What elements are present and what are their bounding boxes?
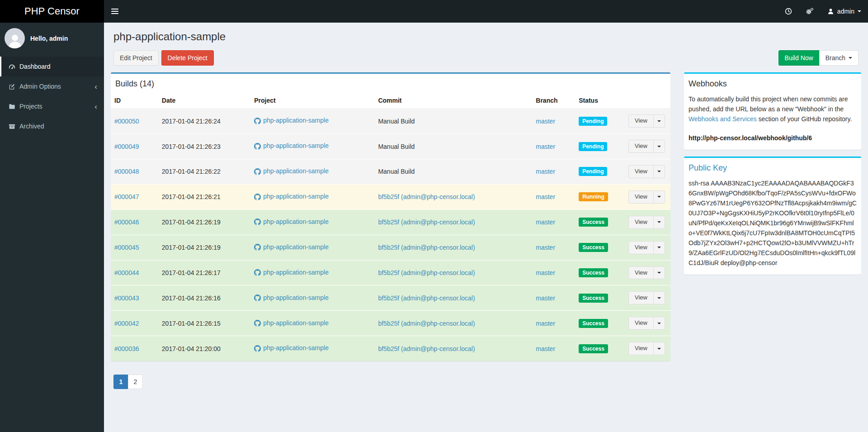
- build-id-link[interactable]: #000046: [114, 218, 139, 226]
- build-row: #000050 2017-01-04 21:26:24 php-applicat…: [111, 109, 670, 134]
- build-project-link[interactable]: php-application-sample: [254, 193, 329, 200]
- caret-down-icon: [657, 297, 661, 299]
- build-commit[interactable]: bf5b25f (admin@php-censor.local): [378, 218, 475, 226]
- edit-project-button[interactable]: Edit Project: [113, 50, 159, 66]
- caret-down-icon: [657, 146, 661, 147]
- build-date: 2017-01-04 21:26:17: [162, 269, 221, 276]
- build-id-link[interactable]: #000036: [114, 345, 139, 352]
- view-dropdown-toggle[interactable]: [653, 140, 665, 153]
- build-project-name: php-application-sample: [263, 142, 329, 149]
- sidebar-item-dashboard[interactable]: Dashboard: [0, 57, 104, 76]
- settings-link[interactable]: [799, 0, 821, 23]
- build-branch-link[interactable]: master: [536, 218, 555, 226]
- build-branch-link[interactable]: master: [536, 118, 555, 125]
- column-header-status: Status: [575, 93, 625, 109]
- view-button[interactable]: View: [628, 216, 654, 229]
- view-button[interactable]: View: [628, 317, 654, 330]
- build-commit[interactable]: bf5b25f (admin@php-censor.local): [378, 294, 475, 302]
- build-project-link[interactable]: php-application-sample: [254, 319, 329, 327]
- build-project-link[interactable]: php-application-sample: [254, 269, 329, 276]
- view-dropdown-toggle[interactable]: [653, 342, 665, 355]
- build-project-link[interactable]: php-application-sample: [254, 142, 329, 149]
- view-dropdown-toggle[interactable]: [653, 241, 665, 254]
- view-button[interactable]: View: [628, 291, 654, 304]
- view-dropdown-toggle[interactable]: [653, 114, 665, 128]
- build-commit[interactable]: bf5b25f (admin@php-censor.local): [378, 320, 475, 327]
- build-id-link[interactable]: #000048: [114, 168, 139, 175]
- view-button[interactable]: View: [628, 165, 654, 178]
- column-header-project: Project: [250, 93, 374, 109]
- build-commit[interactable]: bf5b25f (admin@php-censor.local): [378, 269, 475, 276]
- build-id-link[interactable]: #000045: [114, 244, 139, 251]
- build-branch-link[interactable]: master: [536, 345, 555, 352]
- username-label: admin: [837, 8, 854, 15]
- view-dropdown-toggle[interactable]: [653, 266, 665, 280]
- sidebar-greeting: Hello, admin: [30, 35, 68, 42]
- build-branch-link[interactable]: master: [536, 320, 555, 327]
- branch-dropdown-button[interactable]: Branch: [819, 50, 859, 66]
- build-project-name: php-application-sample: [263, 294, 329, 301]
- build-branch-link[interactable]: master: [536, 143, 555, 150]
- build-commit: Manual Build: [378, 168, 415, 175]
- caret-down-icon: [657, 348, 661, 350]
- sidebar-toggle-button[interactable]: [104, 0, 126, 23]
- build-project-name: php-application-sample: [263, 269, 329, 276]
- view-dropdown-toggle[interactable]: [653, 165, 665, 178]
- build-row: #000045 2017-01-04 21:26:19 php-applicat…: [111, 235, 670, 260]
- build-project-link[interactable]: php-application-sample: [254, 243, 329, 251]
- view-dropdown-toggle[interactable]: [653, 291, 665, 304]
- user-menu[interactable]: admin: [821, 0, 868, 23]
- column-header-id: ID: [111, 93, 158, 109]
- cogs-icon: [806, 8, 814, 15]
- webhooks-and-services-link[interactable]: Webhooks and Services: [689, 115, 757, 123]
- builds-table: ID Date Project Commit Branch Status #00…: [111, 93, 670, 361]
- pagination-page-1[interactable]: 1: [113, 375, 128, 389]
- build-branch-link[interactable]: master: [536, 244, 555, 251]
- build-commit[interactable]: bf5b25f (admin@php-censor.local): [378, 193, 475, 200]
- view-dropdown-toggle[interactable]: [653, 190, 665, 204]
- delete-project-button[interactable]: Delete Project: [161, 50, 214, 66]
- build-id-link[interactable]: #000050: [114, 118, 139, 125]
- build-branch-link[interactable]: master: [536, 269, 555, 276]
- build-id-link[interactable]: #000042: [114, 320, 139, 327]
- view-button[interactable]: View: [628, 342, 654, 355]
- build-row: #000049 2017-01-04 21:26:23 php-applicat…: [111, 134, 670, 159]
- sidebar-item-admin-options[interactable]: Admin Options ‹: [0, 76, 104, 96]
- view-button[interactable]: View: [628, 241, 654, 254]
- build-branch-link[interactable]: master: [536, 193, 555, 200]
- dashboard-icon: [8, 63, 15, 70]
- view-button[interactable]: View: [628, 140, 654, 153]
- build-id-link[interactable]: #000049: [114, 143, 139, 150]
- build-id-link[interactable]: #000044: [114, 269, 139, 276]
- public-key-text: ssh-rsa AAAAB3NzaC1yc2EAAAADAQABAAABAQDG…: [689, 178, 857, 268]
- column-header-date: Date: [158, 93, 250, 109]
- sidebar-item-archived[interactable]: Archived: [0, 116, 104, 136]
- build-project-link[interactable]: php-application-sample: [254, 117, 329, 124]
- webhooks-title: Webhooks: [684, 74, 861, 93]
- build-status-badge: Success: [579, 218, 608, 227]
- build-branch-link[interactable]: master: [536, 168, 555, 175]
- build-project-name: php-application-sample: [263, 218, 329, 225]
- view-dropdown-toggle[interactable]: [653, 317, 665, 330]
- build-project-link[interactable]: php-application-sample: [254, 167, 329, 175]
- build-now-button[interactable]: Build Now: [778, 50, 820, 66]
- view-button[interactable]: View: [628, 114, 654, 128]
- build-project-link[interactable]: php-application-sample: [254, 218, 329, 225]
- build-commit[interactable]: bf5b25f (admin@php-censor.local): [378, 244, 475, 251]
- view-dropdown-toggle[interactable]: [653, 216, 665, 229]
- app-logo[interactable]: PHP Censor: [0, 0, 104, 23]
- build-date: 2017-01-04 21:26:19: [162, 218, 221, 226]
- build-project-link[interactable]: php-application-sample: [254, 344, 329, 351]
- build-branch-link[interactable]: master: [536, 294, 555, 302]
- build-queue-link[interactable]: [778, 0, 799, 23]
- view-button[interactable]: View: [628, 190, 654, 204]
- view-button[interactable]: View: [628, 266, 654, 280]
- build-id-link[interactable]: #000047: [114, 193, 139, 200]
- build-id-link[interactable]: #000043: [114, 294, 139, 302]
- sidebar: Hello, admin Dashboard Admin Options ‹: [0, 23, 104, 432]
- build-commit[interactable]: bf5b25f (admin@php-censor.local): [378, 345, 475, 352]
- build-project-link[interactable]: php-application-sample: [254, 294, 329, 301]
- build-status-badge: Success: [579, 294, 608, 303]
- pagination-page-2[interactable]: 2: [128, 375, 143, 389]
- sidebar-item-projects[interactable]: Projects ‹: [0, 96, 104, 116]
